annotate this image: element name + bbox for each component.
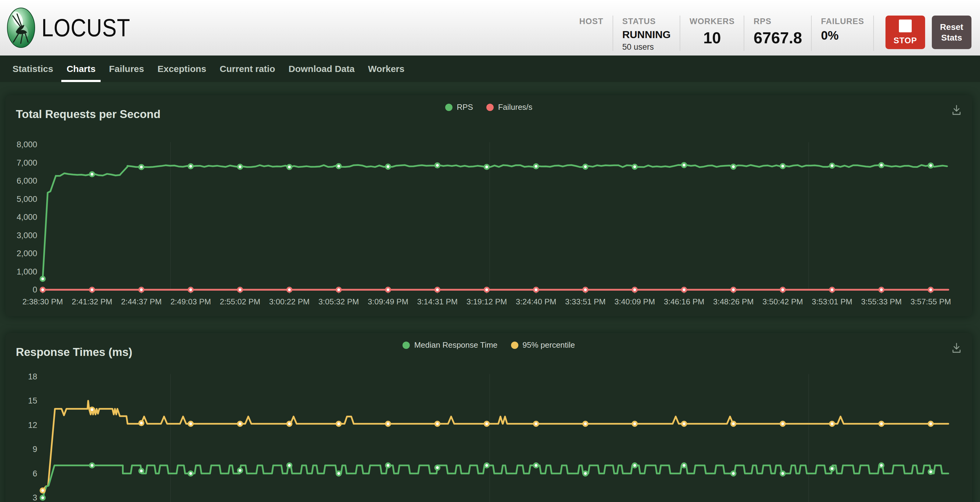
- svg-text:3: 3: [33, 493, 37, 502]
- svg-text:2:38:30 PM: 2:38:30 PM: [22, 297, 63, 306]
- failures-label: FAILURES: [821, 17, 864, 26]
- legend-label: RPS: [457, 102, 473, 112]
- status-label: STATUS: [622, 17, 671, 26]
- tab-charts[interactable]: Charts: [61, 56, 100, 82]
- rps-value: 6767.8: [753, 29, 802, 47]
- legend-label: Median Response Time: [414, 340, 497, 350]
- stat-failures: FAILURES 0%: [812, 16, 874, 51]
- legend-item[interactable]: RPS: [445, 102, 473, 112]
- header-buttons: STOP Reset Stats: [886, 16, 972, 49]
- header-stats: HOST STATUS RUNNING 50 users Edit WORKER…: [570, 5, 972, 51]
- svg-text:3:53:01 PM: 3:53:01 PM: [812, 297, 852, 306]
- download-icon[interactable]: [950, 104, 963, 116]
- status-users: 50 users: [622, 42, 671, 52]
- rps-chart-legend: RPSFailures/s: [5, 102, 972, 112]
- svg-text:1,000: 1,000: [16, 267, 37, 276]
- workers-label: WORKERS: [689, 17, 735, 26]
- status-value: RUNNING: [622, 29, 671, 41]
- svg-text:3:50:42 PM: 3:50:42 PM: [763, 297, 803, 306]
- svg-text:3:00:22 PM: 3:00:22 PM: [269, 297, 310, 306]
- svg-text:9: 9: [33, 445, 37, 454]
- stat-host: HOST: [570, 16, 613, 51]
- svg-text:3:14:31 PM: 3:14:31 PM: [417, 297, 458, 306]
- tab-download-data[interactable]: Download Data: [283, 56, 360, 82]
- workers-value: 10: [689, 29, 735, 47]
- svg-text:3:48:26 PM: 3:48:26 PM: [713, 297, 754, 306]
- failures-value: 0%: [821, 29, 864, 42]
- stop-button-label: STOP: [893, 36, 917, 45]
- svg-text:12: 12: [28, 421, 37, 430]
- rps-chart-panel: 01,0002,0003,0004,0005,0006,0007,0008,00…: [5, 95, 972, 316]
- svg-text:3:40:09 PM: 3:40:09 PM: [614, 297, 655, 306]
- svg-text:2:49:03 PM: 2:49:03 PM: [170, 297, 211, 306]
- svg-text:3:24:40 PM: 3:24:40 PM: [516, 297, 557, 306]
- svg-text:18: 18: [28, 372, 37, 381]
- locust-logo: LOCUST: [7, 7, 145, 48]
- svg-text:5,000: 5,000: [16, 194, 37, 204]
- svg-text:3:55:33 PM: 3:55:33 PM: [861, 297, 902, 306]
- svg-text:2,000: 2,000: [16, 249, 37, 258]
- svg-text:8,000: 8,000: [16, 140, 37, 149]
- main-nav: Statistics Charts Failures Exceptions Cu…: [0, 56, 980, 82]
- rps-chart: 01,0002,0003,0004,0005,0006,0007,0008,00…: [5, 95, 972, 316]
- stat-rps: RPS 6767.8: [744, 16, 812, 51]
- svg-text:3:57:55 PM: 3:57:55 PM: [910, 297, 951, 306]
- reset-stats-label: Reset Stats: [934, 22, 970, 43]
- svg-text:3:09:49 PM: 3:09:49 PM: [368, 297, 408, 306]
- legend-dot: [486, 104, 494, 111]
- svg-text:0: 0: [33, 285, 37, 294]
- legend-label: Failures/s: [498, 102, 532, 112]
- svg-text:3:33:51 PM: 3:33:51 PM: [565, 297, 606, 306]
- stat-workers: WORKERS 10: [680, 16, 744, 51]
- svg-text:15: 15: [28, 396, 37, 405]
- rps-label: RPS: [753, 17, 802, 26]
- svg-text:2:55:02 PM: 2:55:02 PM: [220, 297, 260, 306]
- svg-text:2:41:32 PM: 2:41:32 PM: [72, 297, 112, 306]
- svg-text:3:19:12 PM: 3:19:12 PM: [466, 297, 507, 306]
- legend-item[interactable]: Failures/s: [486, 102, 532, 112]
- host-label: HOST: [579, 17, 603, 26]
- svg-text:6: 6: [33, 469, 37, 478]
- tab-exceptions[interactable]: Exceptions: [152, 56, 211, 82]
- reset-stats-button[interactable]: Reset Stats: [932, 16, 972, 49]
- tab-failures[interactable]: Failures: [104, 56, 149, 82]
- tab-current-ratio[interactable]: Current ratio: [215, 56, 280, 82]
- stop-icon: [899, 19, 912, 32]
- legend-label: 95% percentile: [523, 340, 575, 350]
- tab-statistics[interactable]: Statistics: [7, 56, 58, 82]
- svg-text:7,000: 7,000: [16, 158, 37, 167]
- stat-status: STATUS RUNNING 50 users Edit: [613, 16, 681, 51]
- legend-dot: [511, 341, 519, 349]
- tab-workers[interactable]: Workers: [363, 56, 410, 82]
- legend-item[interactable]: 95% percentile: [511, 340, 575, 350]
- stop-button[interactable]: STOP: [886, 16, 925, 49]
- top-header: LOCUST HOST STATUS RUNNING 50 users Edit…: [0, 0, 980, 56]
- legend-dot: [445, 104, 452, 111]
- response-times-chart-legend: Median Response Time95% percentile: [5, 340, 972, 350]
- logo-wordmark: LOCUST: [41, 13, 130, 42]
- download-icon[interactable]: [950, 341, 963, 354]
- response-times-chart: 369121518: [5, 333, 972, 502]
- legend-dot: [402, 341, 410, 349]
- svg-text:6,000: 6,000: [16, 176, 37, 185]
- legend-item[interactable]: Median Response Time: [402, 340, 497, 350]
- svg-text:3,000: 3,000: [16, 231, 37, 240]
- locust-web-ui: { "header": { "logo_text": "LOCUST", "ho…: [0, 0, 980, 502]
- svg-text:3:46:16 PM: 3:46:16 PM: [664, 297, 704, 306]
- svg-text:2:44:37 PM: 2:44:37 PM: [121, 297, 162, 306]
- response-times-chart-panel: 369121518 Response Times (ms) Median Res…: [5, 333, 972, 502]
- svg-text:3:05:32 PM: 3:05:32 PM: [318, 297, 359, 306]
- locust-logo-icon: [7, 7, 35, 48]
- svg-text:4,000: 4,000: [16, 213, 37, 222]
